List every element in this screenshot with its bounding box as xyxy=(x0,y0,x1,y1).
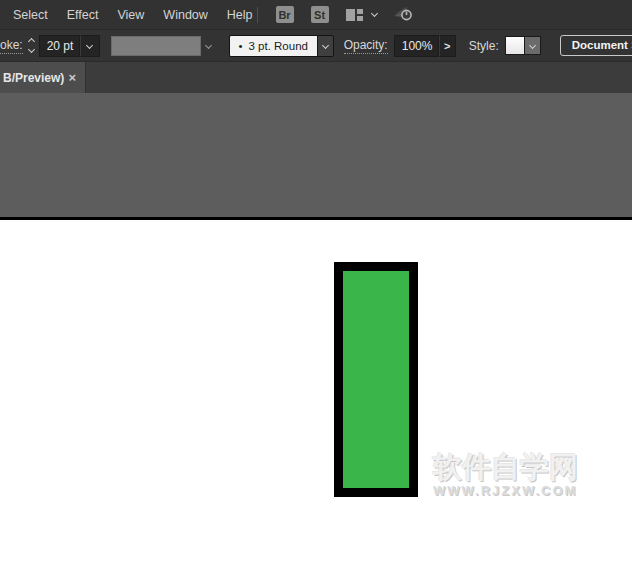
chevron-down-icon xyxy=(322,42,329,49)
stroke-weight-group: 20 pt xyxy=(39,35,100,57)
stroke-weight-input[interactable]: 20 pt xyxy=(39,35,80,57)
chevron-down-icon xyxy=(86,42,93,49)
brush-preview-dot: • xyxy=(238,40,242,52)
chevron-down-icon[interactable] xyxy=(371,9,378,16)
stroke-label[interactable]: oke: xyxy=(0,38,23,54)
brush-group: • 3 pt. Round xyxy=(229,35,334,57)
opacity-group: 100% > xyxy=(394,35,456,57)
document-tab[interactable]: B/Preview) × xyxy=(0,62,86,93)
style-label: Style: xyxy=(469,39,499,53)
graphic-style-chevron[interactable] xyxy=(525,36,541,55)
brush-dropdown[interactable]: • 3 pt. Round xyxy=(229,35,317,57)
menu-effect[interactable]: Effect xyxy=(67,8,99,22)
workspace-panel-top-right xyxy=(357,9,363,14)
opacity-arrow-button[interactable]: > xyxy=(439,35,456,57)
width-profile-group xyxy=(111,35,217,57)
width-profile-dropdown[interactable] xyxy=(111,36,201,56)
opacity-label[interactable]: Opacity: xyxy=(344,38,388,54)
workspace-panel-bottom-right xyxy=(357,16,363,21)
menu-bar: Select Effect View Window Help Br St xyxy=(0,0,632,30)
artboard[interactable]: 软件自学网 WWW.RJZXW.COM xyxy=(0,220,632,564)
stroke-stepper[interactable] xyxy=(29,39,34,52)
brush-name: 3 pt. Round xyxy=(248,40,307,52)
opacity-input[interactable]: 100% xyxy=(394,35,439,57)
menu-help[interactable]: Help xyxy=(227,8,253,22)
menu-view[interactable]: View xyxy=(117,8,144,22)
menu-select[interactable]: Select xyxy=(13,8,48,22)
document-setup-button[interactable]: Document Setup xyxy=(560,35,632,56)
green-rectangle[interactable] xyxy=(334,262,418,497)
close-icon[interactable]: × xyxy=(68,71,76,84)
width-profile-chevron[interactable] xyxy=(201,36,217,56)
brush-chevron[interactable] xyxy=(317,35,334,57)
gpu-performance-icon[interactable] xyxy=(393,3,413,26)
chevron-down-icon xyxy=(529,42,536,49)
workspace-panel-left xyxy=(346,9,355,21)
watermark-title: 软件自学网 xyxy=(433,453,578,482)
menubar-divider xyxy=(257,7,258,23)
workspace-switcher-icon[interactable] xyxy=(346,9,363,21)
stock-icon[interactable]: St xyxy=(311,6,329,23)
control-bar: oke: 20 pt • 3 pt. Round Opacity: 100% >… xyxy=(0,30,632,62)
watermark-url: WWW.RJZXW.COM xyxy=(433,483,578,498)
stepper-down-icon[interactable] xyxy=(28,46,35,53)
stroke-weight-dropdown[interactable] xyxy=(80,35,100,57)
pasteboard[interactable] xyxy=(0,93,632,217)
document-tab-title: B/Preview) xyxy=(3,71,64,85)
graphic-style-group xyxy=(505,35,541,57)
document-tab-bar: B/Preview) × xyxy=(0,62,632,93)
watermark: 软件自学网 WWW.RJZXW.COM xyxy=(433,453,578,498)
graphic-style-swatch[interactable] xyxy=(505,36,525,55)
menu-window[interactable]: Window xyxy=(163,8,207,22)
chevron-down-icon xyxy=(205,42,212,49)
bridge-icon[interactable]: Br xyxy=(276,6,294,23)
stepper-up-icon[interactable] xyxy=(28,38,35,45)
